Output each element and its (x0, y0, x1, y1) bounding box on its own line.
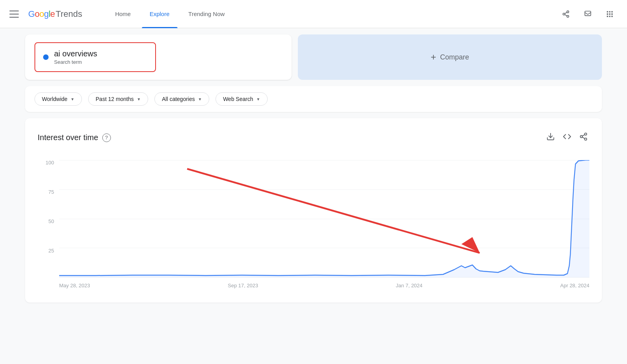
time-dropdown-arrow: ▼ (137, 97, 141, 101)
chart-inner: May 28, 2023 Sep 17, 2023 Jan 7, 2024 Ap… (59, 160, 589, 293)
svg-rect-13 (609, 16, 610, 17)
location-dropdown-arrow: ▼ (71, 97, 74, 101)
category-filter[interactable]: All categories ▼ (154, 92, 209, 106)
share-chart-btn[interactable] (578, 131, 589, 144)
x-axis: May 28, 2023 Sep 17, 2023 Jan 7, 2024 Ap… (59, 278, 589, 293)
nav-home[interactable]: Home (107, 0, 139, 28)
location-filter-label: Worldwide (42, 96, 67, 102)
search-term-inner[interactable]: ai overviews Search term (34, 42, 156, 72)
type-filter-label: Web Search (223, 96, 253, 102)
nav-explore[interactable]: Explore (142, 0, 178, 28)
embed-btn[interactable] (561, 131, 573, 144)
svg-rect-9 (607, 13, 608, 14)
category-filter-label: All categories (162, 96, 195, 102)
chart-title-wrap: Interest over time ? (38, 133, 111, 142)
search-term-text: ai overviews (54, 49, 97, 58)
search-section: ai overviews Search term + Compare (25, 34, 602, 80)
svg-rect-6 (607, 11, 608, 12)
header-right (558, 6, 618, 22)
x-label-jan: Jan 7, 2024 (396, 283, 422, 288)
type-filter[interactable]: Web Search ▼ (216, 92, 268, 106)
search-term-card: ai overviews Search term (25, 34, 292, 80)
time-filter[interactable]: Past 12 months ▼ (88, 92, 148, 106)
header: Google Trends Home Explore Trending Now (0, 0, 627, 28)
chart-title: Interest over time (38, 133, 98, 142)
svg-rect-8 (611, 11, 613, 12)
main-content: ai overviews Search term + Compare World… (0, 28, 627, 309)
nav-trending-now[interactable]: Trending Now (181, 0, 233, 28)
x-label-sep: Sep 17, 2023 (228, 283, 258, 288)
y-label-100: 100 (45, 160, 54, 165)
help-icon[interactable]: ? (102, 133, 111, 142)
chart-actions (545, 131, 589, 144)
y-label-25: 25 (49, 248, 54, 253)
logo-trends-text: Trends (56, 9, 82, 19)
chart-header: Interest over time ? (38, 131, 589, 144)
term-text-wrap: ai overviews Search term (54, 49, 97, 65)
svg-rect-12 (607, 16, 608, 17)
type-dropdown-arrow: ▼ (256, 97, 260, 101)
logo[interactable]: Google Trends (28, 9, 82, 19)
time-filter-label: Past 12 months (96, 96, 134, 102)
x-label-may: May 28, 2023 (59, 283, 90, 288)
download-btn[interactable] (545, 131, 556, 144)
location-filter[interactable]: Worldwide ▼ (34, 92, 82, 106)
compare-label: Compare (440, 53, 469, 61)
chart-section: Interest over time ? (25, 118, 602, 303)
compare-card[interactable]: + Compare (298, 34, 602, 80)
y-axis: 100 75 50 25 (38, 160, 57, 278)
svg-line-4 (565, 12, 567, 13)
x-label-apr: Apr 28, 2024 (560, 283, 589, 288)
svg-line-3 (565, 14, 567, 16)
header-left: Google Trends Home Explore Trending Now (9, 0, 232, 28)
svg-rect-11 (611, 13, 613, 14)
chart-svg (59, 160, 589, 278)
svg-rect-7 (609, 11, 610, 12)
svg-rect-10 (609, 13, 610, 14)
share-icon-btn[interactable] (558, 6, 574, 22)
y-label-75: 75 (49, 189, 54, 195)
filter-row: Worldwide ▼ Past 12 months ▼ All categor… (25, 86, 602, 112)
svg-line-19 (582, 137, 585, 139)
chart-area: 100 75 50 25 (38, 160, 589, 293)
compare-plus-icon: + (431, 52, 436, 63)
apps-icon-btn[interactable] (602, 6, 618, 22)
category-dropdown-arrow: ▼ (198, 97, 202, 101)
svg-line-20 (582, 135, 585, 136)
y-label-50: 50 (49, 219, 54, 224)
help-icon-label: ? (105, 135, 108, 141)
svg-rect-14 (611, 16, 613, 17)
menu-icon[interactable] (9, 9, 19, 19)
search-term-subtext: Search term (54, 59, 97, 65)
search-term-dot (43, 54, 49, 60)
message-icon-btn[interactable] (580, 6, 596, 22)
main-nav: Home Explore Trending Now (107, 0, 233, 28)
